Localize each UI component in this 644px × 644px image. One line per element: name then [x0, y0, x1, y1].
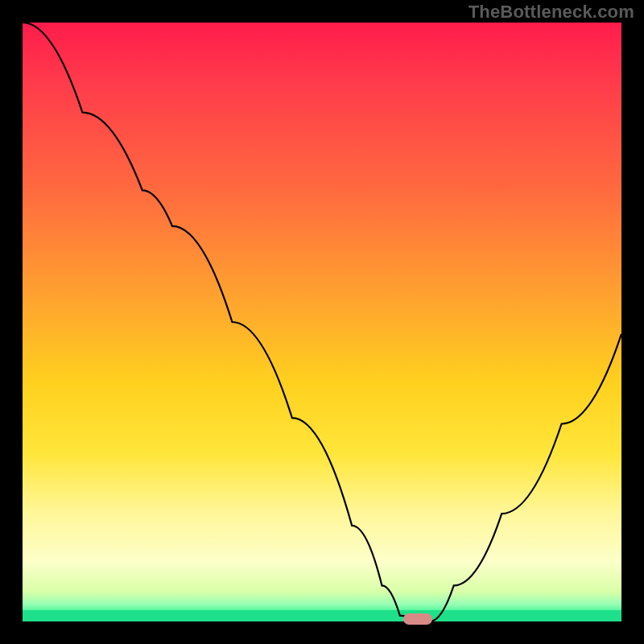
bottleneck-curve	[23, 23, 621, 621]
plot-area	[23, 23, 621, 621]
chart-frame: TheBottleneck.com	[0, 0, 644, 644]
curve-path	[23, 23, 621, 621]
minimum-marker	[403, 613, 432, 625]
watermark-text: TheBottleneck.com	[469, 2, 634, 23]
